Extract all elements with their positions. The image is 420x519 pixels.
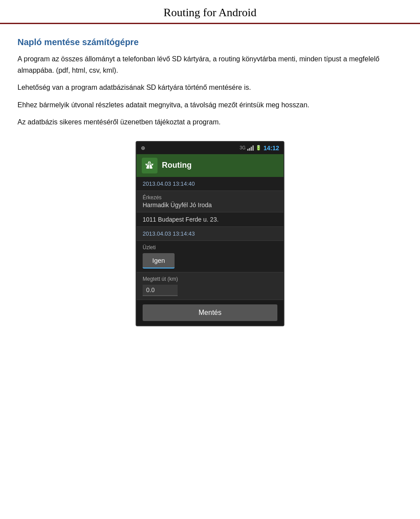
paragraph-1: A program az összes állományt a telefonb… bbox=[18, 53, 402, 76]
timestamp1-row: 2013.04.03 13:14:40 bbox=[136, 177, 284, 191]
distance-label: Megtett út (km) bbox=[143, 276, 277, 282]
arrival-label: Érkezés bbox=[143, 194, 277, 201]
content-area: Napló mentése számítógépre A program az … bbox=[0, 24, 420, 344]
status-left: ⊕ bbox=[141, 145, 146, 151]
app-icon: 🛣 bbox=[142, 158, 158, 173]
save-bar: Mentés bbox=[136, 300, 284, 325]
arrival-row: Érkezés Harmadik Ügyfél Jó Iroda bbox=[136, 191, 284, 212]
distance-row: Megtett út (km) bbox=[136, 272, 284, 300]
signal-bar-2 bbox=[249, 148, 250, 151]
paragraph-2: Lehetőség van a program adatbázisának SD… bbox=[18, 82, 402, 93]
address-value: 1011 Budapest Ferde u. 23. bbox=[143, 216, 277, 223]
status-time: 14:12 bbox=[263, 145, 279, 152]
network-type: 3G bbox=[240, 145, 245, 150]
page-header: Routing for Android bbox=[0, 0, 420, 24]
location-icon: ⊕ bbox=[141, 145, 145, 151]
phone-screen: ⊕ 3G 🔋 14:12 🛣 bbox=[136, 141, 284, 326]
igen-button[interactable]: Igen bbox=[143, 253, 175, 268]
timestamp1-value: 2013.04.03 13:14:40 bbox=[143, 180, 277, 187]
app-title: Routing bbox=[162, 161, 192, 170]
address-row: 1011 Budapest Ferde u. 23. bbox=[136, 212, 284, 227]
business-label: Üzleti bbox=[143, 244, 277, 251]
signal-bar-4 bbox=[252, 145, 254, 151]
timestamp2-row: 2013.04.03 13:14:43 bbox=[136, 227, 284, 241]
phone-mockup-wrapper: ⊕ 3G 🔋 14:12 🛣 bbox=[18, 141, 402, 326]
status-bar: ⊕ 3G 🔋 14:12 bbox=[136, 142, 284, 154]
page-title: Routing for Android bbox=[9, 6, 411, 19]
paragraph-3: Ehhez bármelyik útvonal részletes adatai… bbox=[18, 99, 402, 111]
timestamp2-value: 2013.04.03 13:14:43 bbox=[143, 230, 277, 237]
signal-bars bbox=[247, 145, 254, 151]
section-title: Napló mentése számítógépre bbox=[18, 37, 402, 47]
paragraph-4: Az adatbázis sikeres mentéséről üzenetbe… bbox=[18, 117, 402, 128]
business-row: Üzleti Igen bbox=[136, 241, 284, 272]
routing-icon: 🛣 bbox=[145, 160, 154, 170]
status-right: 3G 🔋 14:12 bbox=[240, 145, 279, 152]
signal-bar-1 bbox=[247, 149, 248, 151]
app-header-bar: 🛣 Routing bbox=[136, 154, 284, 177]
signal-bar-3 bbox=[251, 147, 252, 151]
distance-input[interactable] bbox=[143, 285, 178, 296]
route-data: 2013.04.03 13:14:40 Érkezés Harmadik Ügy… bbox=[136, 177, 284, 300]
save-button[interactable]: Mentés bbox=[143, 304, 277, 321]
battery-icon: 🔋 bbox=[256, 145, 262, 151]
client-name-value: Harmadik Ügyfél Jó Iroda bbox=[143, 201, 277, 208]
